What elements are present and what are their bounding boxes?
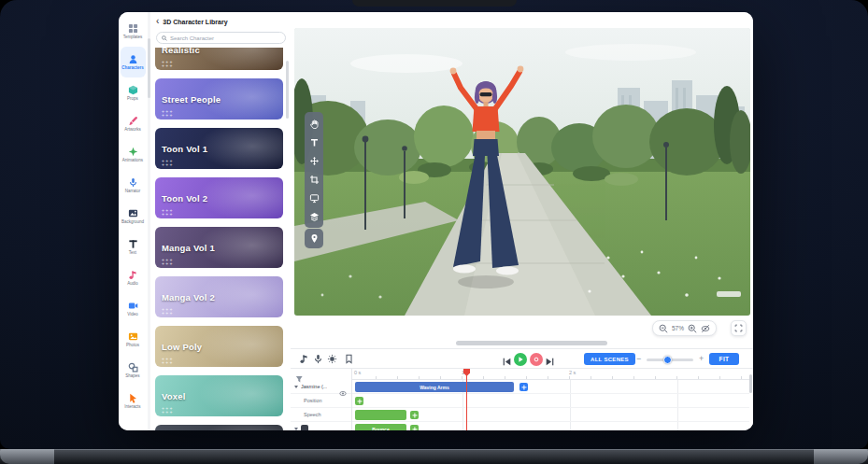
track-row-position[interactable]: Position xyxy=(291,394,351,408)
sidebar-item-label: Templates xyxy=(123,35,143,40)
sidebar-item-label: Interacts xyxy=(124,405,140,410)
pack-title: Toon Vol 1 xyxy=(162,144,207,154)
search-icon xyxy=(162,35,167,41)
scene-canvas[interactable] xyxy=(294,28,750,316)
track-row-speech[interactable]: Speech xyxy=(291,408,351,422)
panel-scrollbar-thumb[interactable] xyxy=(286,61,289,119)
track-row-label: Speech xyxy=(304,412,321,417)
fullscreen-button[interactable] xyxy=(731,320,747,336)
main-sidebar: Templates Characters Props Artworks Anim… xyxy=(119,12,147,430)
sidebar-item-props[interactable]: Props xyxy=(121,77,146,108)
pack-card-manga-vol-2[interactable]: Manga Vol 2+ + + + + + xyxy=(155,276,283,317)
brightness-button[interactable] xyxy=(326,353,338,365)
sidebar-item-text[interactable]: Text xyxy=(121,232,146,262)
board-tool-icon[interactable] xyxy=(305,189,323,207)
speech-clip[interactable] xyxy=(355,410,406,420)
pack-card-manga-vol-1[interactable]: Manga Vol 1+ + + + + + xyxy=(155,227,283,268)
park-scene xyxy=(294,28,750,316)
previous-frame-button[interactable] xyxy=(502,354,512,364)
play-button[interactable] xyxy=(514,353,527,366)
laptop-base xyxy=(0,449,868,464)
stage-area: 57% ALL SCENES − xyxy=(291,12,753,430)
add-animation-button[interactable] xyxy=(519,383,528,391)
sidebar-item-characters[interactable]: Characters xyxy=(121,47,146,77)
voiceover-mic-button[interactable] xyxy=(312,353,324,365)
next-frame-button[interactable] xyxy=(545,354,555,364)
sidebar-item-background[interactable]: Background xyxy=(121,201,146,232)
sidebar-item-label: Props xyxy=(127,97,138,102)
bottom-clip[interactable]: Bounce xyxy=(355,424,406,430)
sidebar-item-shapes[interactable]: Shapes xyxy=(121,355,146,386)
add-clip-button[interactable] xyxy=(410,425,419,430)
timeline-ruler[interactable]: 0 s 1 s 2 s xyxy=(352,369,749,380)
music-button[interactable] xyxy=(298,353,310,365)
pin-tool-button[interactable] xyxy=(305,229,323,248)
text-icon xyxy=(128,239,138,249)
eye-off-icon xyxy=(701,324,710,333)
chevron-down-icon[interactable] xyxy=(294,386,298,388)
zoom-in-button[interactable] xyxy=(688,324,697,333)
timeline-zoom-knob[interactable] xyxy=(663,356,672,364)
pack-card-realistic[interactable]: Realistic+ + + + + + xyxy=(155,48,283,70)
text-tool-icon[interactable] xyxy=(305,133,323,151)
chevron-down-icon[interactable] xyxy=(294,428,298,430)
all-scenes-button[interactable]: ALL SCENES xyxy=(584,353,635,365)
sidebar-item-label: Shapes xyxy=(125,374,139,379)
timeline-zoom-out-button[interactable]: − xyxy=(636,354,641,364)
hide-ui-button[interactable] xyxy=(701,324,710,333)
back-chevron-icon[interactable]: ‹ xyxy=(156,17,159,26)
music-note-icon xyxy=(299,354,309,364)
layers-tool-icon[interactable] xyxy=(305,207,323,226)
pack-card-voxel[interactable]: Voxel+ + + + + + xyxy=(155,375,283,416)
sidebar-item-artworks[interactable]: Artworks xyxy=(121,108,146,139)
sidebar-item-label: Animations xyxy=(122,159,143,163)
add-position-keyframe-button[interactable] xyxy=(355,397,363,405)
brush-icon xyxy=(128,116,138,126)
sidebar-item-label: Narrator xyxy=(125,190,141,194)
music-note-icon xyxy=(128,270,138,280)
track-group-row[interactable]: Jasmine (... xyxy=(291,380,351,394)
hand-tool-icon[interactable] xyxy=(305,114,323,133)
search-box xyxy=(156,32,286,44)
ruler-tick-label: 2 s xyxy=(569,370,576,375)
fit-button[interactable]: FIT xyxy=(709,353,739,365)
pack-card-low-poly[interactable]: Low Poly+ + + + + + xyxy=(155,326,283,367)
pack-card-partial[interactable] xyxy=(155,425,283,430)
laptop-hinge-notch xyxy=(352,0,517,7)
crop-tool-icon[interactable] xyxy=(305,170,323,189)
zoom-out-button[interactable] xyxy=(659,324,668,333)
pack-card-toon-vol-2[interactable]: Toon Vol 2+ + + + + + xyxy=(155,177,283,218)
spark-icon xyxy=(128,147,138,157)
playhead-line[interactable] xyxy=(466,369,467,430)
bookmark-button[interactable] xyxy=(343,353,355,365)
move-tool-icon[interactable] xyxy=(305,151,323,170)
pin-icon xyxy=(309,233,320,244)
timeline-vertical-scrollbar[interactable] xyxy=(749,374,752,393)
sparkle-decoration: + + + + + + xyxy=(162,110,173,117)
pack-card-toon-vol-1[interactable]: Toon Vol 1+ + + + + + xyxy=(155,128,283,169)
animation-clip[interactable]: Waving Arms xyxy=(355,382,514,392)
sparkle-decoration: + + + + + + xyxy=(162,209,173,216)
fullscreen-icon xyxy=(734,324,743,332)
sidebar-item-templates[interactable]: Templates xyxy=(121,16,146,47)
sidebar-item-interacts[interactable]: Interacts xyxy=(121,386,146,416)
sidebar-item-video[interactable]: Video xyxy=(121,293,146,324)
pack-card-street-people[interactable]: Street People+ + + + + + xyxy=(155,78,283,120)
track-group-row-partial[interactable] xyxy=(291,422,351,430)
timeline-tracks: Waving Arms Bounce xyxy=(352,380,749,430)
landscape-icon xyxy=(128,208,138,218)
record-button[interactable] xyxy=(530,353,543,366)
transport-bar: ALL SCENES − + FIT xyxy=(291,348,753,369)
laptop-base-edge-left xyxy=(0,449,54,464)
timeline-zoom-in-button[interactable]: + xyxy=(699,354,704,364)
sidebar-item-animations[interactable]: Animations xyxy=(121,139,146,170)
sidebar-item-label: Audio xyxy=(127,282,138,287)
sidebar-item-photos[interactable]: Photos xyxy=(121,324,146,355)
search-input[interactable] xyxy=(170,35,280,41)
canvas-horizontal-scrollbar[interactable] xyxy=(456,341,607,345)
add-speech-button[interactable] xyxy=(410,411,419,419)
sidebar-item-narrator[interactable]: Narrator xyxy=(121,170,146,201)
sidebar-scrollbar-thumb[interactable] xyxy=(148,38,150,98)
sidebar-item-audio[interactable]: Audio xyxy=(121,262,146,293)
sidebar-item-label: Characters xyxy=(121,66,144,71)
